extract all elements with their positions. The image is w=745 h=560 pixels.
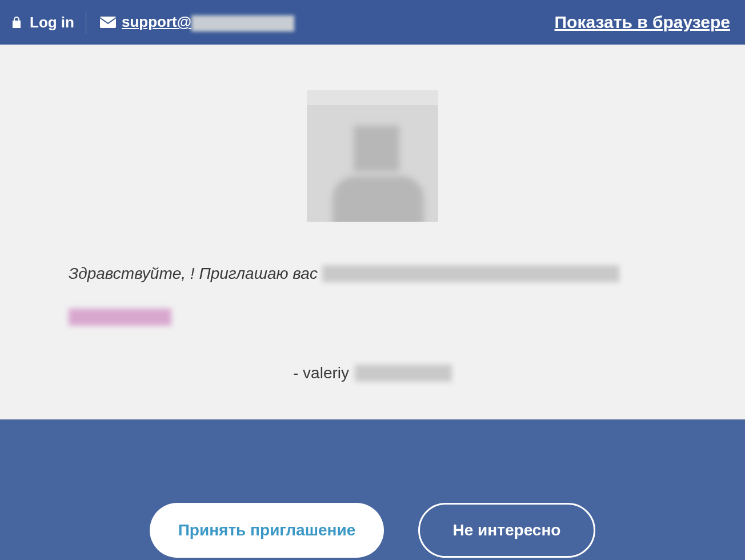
redacted-text-2 bbox=[69, 309, 171, 326]
message-block: Здравствуйте, ! Приглашаю вас - valeriy bbox=[69, 262, 676, 385]
support-group: support@ bbox=[100, 13, 294, 31]
svg-rect-0 bbox=[100, 17, 116, 28]
greeting-text: Здравствуйте, ! Приглашаю вас bbox=[69, 262, 318, 286]
avatar-placeholder bbox=[307, 90, 438, 222]
login-link[interactable]: Log in bbox=[30, 14, 74, 31]
signature-line: - valeriy bbox=[69, 361, 676, 385]
accept-invitation-button[interactable]: Принять приглашение bbox=[150, 503, 384, 558]
header-right: Показать в браузере bbox=[555, 13, 730, 32]
redacted-signature bbox=[355, 365, 452, 382]
header-bar: Log in support@ Показать в браузере bbox=[0, 0, 745, 45]
action-bar: Принять приглашение Не интересно bbox=[0, 419, 745, 560]
header-divider bbox=[86, 11, 86, 34]
support-email-link[interactable]: support@ bbox=[122, 13, 294, 31]
redacted-domain bbox=[191, 15, 294, 31]
header-left: Log in support@ bbox=[11, 11, 294, 34]
mail-icon bbox=[100, 17, 116, 28]
lock-icon bbox=[11, 16, 22, 29]
redacted-text-1 bbox=[322, 265, 619, 282]
not-interested-button[interactable]: Не интересно bbox=[418, 503, 595, 558]
greeting-line: Здравствуйте, ! Приглашаю вас bbox=[69, 262, 676, 286]
signature-name: - valeriy bbox=[293, 361, 349, 385]
support-email-prefix: support@ bbox=[122, 13, 191, 30]
email-content: Здравствуйте, ! Приглашаю вас - valeriy bbox=[11, 45, 734, 419]
view-in-browser-link[interactable]: Показать в браузере bbox=[555, 13, 730, 31]
